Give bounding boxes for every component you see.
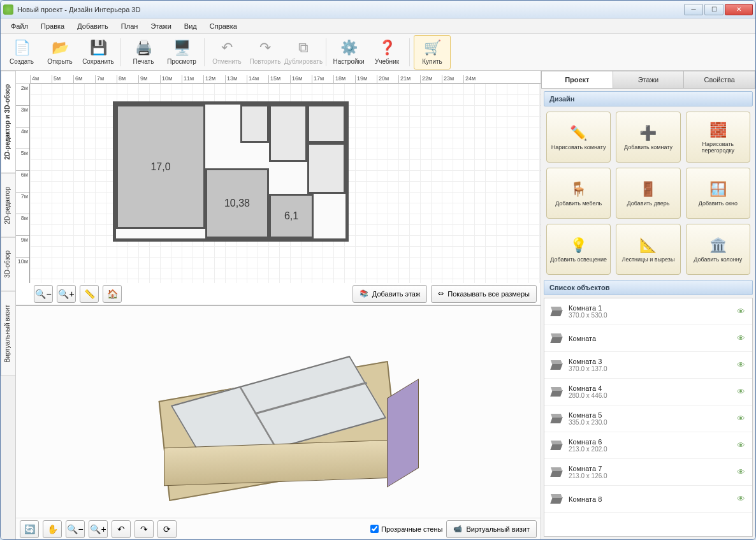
menu-help[interactable]: Справка [205,20,242,32]
ruler-button[interactable]: 📏 [80,285,99,303]
tile-label: Добавить освещение [550,257,607,263]
visibility-icon[interactable]: 👁 [737,414,747,423]
2d-canvas[interactable]: 17,0 10,38 6,1 [30,84,541,283]
visibility-icon[interactable]: 👁 [737,494,747,504]
monitor-icon: 🖥️ [173,39,191,57]
orbit-up-button[interactable]: ⟳ [157,520,177,538]
visibility-icon[interactable]: 👁 [737,441,747,450]
ruler-tick: 7м [95,75,117,83]
object-row[interactable]: Комната 3370.0 x 137.0👁 [544,352,752,379]
zoom-out-3d-button[interactable]: 🔍− [66,520,85,538]
minimize-button[interactable]: ─ [684,4,703,15]
tab-2d[interactable]: 2D-редактор [1,173,15,238]
preview-button[interactable]: 🖥️Просмотр [163,35,200,69]
transparent-walls-checkbox[interactable]: Прозрачные стены [370,525,442,533]
3d-toolbar: 🔄 ✋ 🔍− 🔍+ ↶ ↷ ⟳ Прозрачные стены 📹Виртуа… [16,518,541,539]
tile-icon: 🪑 [569,180,588,199]
visibility-icon[interactable]: 👁 [737,467,747,477]
design-tile[interactable]: 🧱Нарисовать перегородку [686,112,750,163]
object-row[interactable]: Комната 7213.0 x 126.0👁 [544,459,752,486]
tab-virtual[interactable]: Виртуальный визит [1,291,15,376]
undo-icon: ↶ [218,39,236,57]
ruler-tick: 6м [73,75,95,83]
design-tile[interactable]: 🪟Добавить окно [686,168,750,219]
tile-icon: ✏️ [569,124,588,143]
redo-button[interactable]: ↷Повторить [247,35,284,69]
tab-project[interactable]: Проект [541,71,613,89]
virtual-visit-button[interactable]: 📹Виртуальный визит [446,520,537,538]
undo-button[interactable]: ↶Отменить [208,35,245,69]
tile-icon: ➕ [639,124,658,143]
visibility-icon[interactable]: 👁 [737,360,747,370]
design-tile[interactable]: 🏛️Добавить колонну [686,224,750,275]
orbit-right-button[interactable]: ↷ [134,520,154,538]
show-dimensions-button[interactable]: ⇔Показывать все размеры [431,285,537,303]
room-7[interactable] [240,105,269,143]
tab-properties[interactable]: Свойства [684,71,755,89]
ruler-tick: 6м [16,170,29,192]
open-button[interactable]: 📂Открыть [41,35,78,69]
design-tile[interactable]: 💡Добавить освещение [546,224,611,275]
ruler-tick: 22м [420,75,442,83]
tab-3d[interactable]: 3D-обзор [1,237,15,291]
visibility-icon[interactable]: 👁 [737,333,747,343]
design-tile[interactable]: 🪑Добавить мебель [546,168,611,219]
pan-button[interactable]: ✋ [43,520,62,538]
ruler-tick: 14м [247,75,268,83]
object-row[interactable]: Комната 6213.0 x 202.0👁 [544,432,752,459]
room-6[interactable] [307,143,345,194]
create-button[interactable]: 📄Создать [3,35,40,69]
design-tile[interactable]: ✏️Нарисовать комнату [546,112,611,163]
maximize-button[interactable]: ☐ [704,4,723,15]
room-5[interactable] [307,105,345,143]
zoom-in-3d-button[interactable]: 🔍+ [89,520,108,538]
menu-file[interactable]: Файл [6,20,33,32]
3d-canvas[interactable] [16,306,541,518]
print-button[interactable]: 🖨️Печать [125,35,162,69]
close-button[interactable]: ✕ [725,4,753,15]
floorplan[interactable]: 17,0 10,38 6,1 [113,101,349,242]
object-row[interactable]: Комната 4280.0 x 446.0👁 [544,379,752,405]
design-tile[interactable]: 🚪Добавить дверь [616,168,680,219]
object-row[interactable]: Комната 5335.0 x 230.0👁 [544,405,752,432]
room-4[interactable] [269,105,307,162]
layers-icon: 📚 [360,289,368,298]
object-list[interactable]: Комната 1370.0 x 530.0👁Комната👁Комната 3… [544,298,753,537]
tile-label: Лестницы и вырезы [622,257,675,263]
menu-edit[interactable]: Правка [36,20,69,32]
home-button[interactable]: 🏠 [103,285,122,303]
room-3[interactable]: 6,1 [269,194,314,238]
menu-view[interactable]: Вид [179,20,202,32]
menu-plan[interactable]: План [116,20,143,32]
zoom-out-button[interactable]: 🔍− [34,285,53,303]
object-name: Комната 1 [569,304,732,312]
tutorial-button[interactable]: ❓Учебник [368,35,405,69]
settings-button[interactable]: ⚙️Настройки [330,35,367,69]
tile-label: Добавить колонну [694,257,742,263]
menu-add[interactable]: Добавить [72,20,113,32]
add-floor-button[interactable]: 📚Добавить этаж [353,285,427,303]
titlebar: Новый проект - Дизайн Интерьера 3D ─ ☐ ✕ [1,1,755,18]
object-row[interactable]: Комната👁 [544,325,752,352]
zoom-in-button[interactable]: 🔍+ [57,285,76,303]
ruler-tick: 16м [290,75,312,83]
room-1[interactable]: 17,0 [116,105,205,229]
buy-button[interactable]: 🛒Купить [414,35,451,69]
ruler-tick: 4м [16,127,29,149]
camera-icon: 📹 [453,525,462,533]
tab-2d-3d[interactable]: 2D-редактор и 3D-обзор [1,71,15,173]
object-row[interactable]: Комната 8👁 [544,486,752,513]
room-2[interactable]: 10,38 [205,168,269,238]
design-tile[interactable]: 📐Лестницы и вырезы [616,224,680,275]
rotate-360-button[interactable]: 🔄 [20,520,39,538]
design-tile[interactable]: ➕Добавить комнату [616,112,680,163]
menu-floors[interactable]: Этажи [145,20,176,32]
object-row[interactable]: Комната 1370.0 x 530.0👁 [544,298,752,325]
save-button[interactable]: 💾Сохранить [80,35,117,69]
duplicate-button[interactable]: ⧉Дублировать [285,35,322,69]
tab-floors[interactable]: Этажи [613,71,685,89]
visibility-icon[interactable]: 👁 [737,387,747,397]
visibility-icon[interactable]: 👁 [737,307,747,316]
orbit-left-button[interactable]: ↶ [112,520,131,538]
ruler-tick: 5м [52,75,73,83]
